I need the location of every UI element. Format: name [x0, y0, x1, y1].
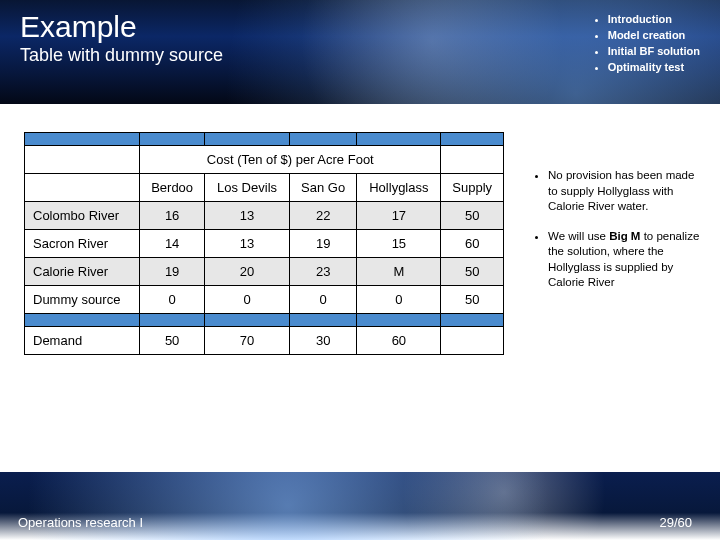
table-row-caption: Cost (Ten of $) per Acre Foot [25, 146, 504, 174]
cell: 14 [140, 230, 205, 258]
slide: Example Table with dummy source Introduc… [0, 0, 720, 540]
cost-caption: Cost (Ten of $) per Acre Foot [140, 146, 441, 174]
cell: 13 [205, 202, 290, 230]
row-label: Demand [25, 327, 140, 355]
cell: 0 [140, 286, 205, 314]
cost-table-wrap: Cost (Ten of $) per Acre Foot Berdoo Los… [0, 132, 528, 460]
cell: 20 [205, 258, 290, 286]
agenda-item: Model creation [608, 28, 700, 44]
table-row-spacer [25, 314, 504, 327]
col-header: San Go [289, 174, 356, 202]
note-item: We will use Big M to penalize the soluti… [548, 229, 706, 291]
row-label: Sacron River [25, 230, 140, 258]
cost-table: Cost (Ten of $) per Acre Foot Berdoo Los… [24, 132, 504, 355]
footer: Operations research I 29/60 [0, 472, 720, 540]
title-block: Example Table with dummy source [20, 10, 223, 66]
row-label: Dummy source [25, 286, 140, 314]
cell: 60 [441, 230, 504, 258]
cell: 19 [140, 258, 205, 286]
cell: 22 [289, 202, 356, 230]
agenda-label: Initial BF solution [608, 45, 700, 57]
agenda-label: Optimality test [608, 61, 684, 73]
page-title: Example [20, 10, 223, 43]
col-header: Supply [441, 174, 504, 202]
col-header: Los Devils [205, 174, 290, 202]
cell: 70 [205, 327, 290, 355]
row-label: Colombo River [25, 202, 140, 230]
table-row-header: Berdoo Los Devils San Go Hollyglass Supp… [25, 174, 504, 202]
header: Example Table with dummy source Introduc… [0, 0, 720, 104]
cell: 23 [289, 258, 356, 286]
cell: 50 [441, 286, 504, 314]
cell: 50 [140, 327, 205, 355]
cell: 0 [205, 286, 290, 314]
note-text: We will use [548, 230, 609, 242]
cell: 0 [289, 286, 356, 314]
agenda: Introduction Model creation Initial BF s… [592, 12, 700, 76]
cell: 16 [140, 202, 205, 230]
cell: 50 [441, 202, 504, 230]
notes: No provision has been made to supply Hol… [528, 132, 720, 460]
body: Cost (Ten of $) per Acre Foot Berdoo Los… [0, 132, 720, 460]
table-row: Colombo River 16 13 22 17 50 [25, 202, 504, 230]
cell: 60 [357, 327, 441, 355]
table-row-spacer [25, 133, 504, 146]
table-row: Sacron River 14 13 19 15 60 [25, 230, 504, 258]
agenda-label: Model creation [608, 29, 686, 41]
note-item: No provision has been made to supply Hol… [548, 168, 706, 215]
footer-page: 29/60 [659, 515, 692, 530]
cell: 13 [205, 230, 290, 258]
agenda-item: Initial BF solution [608, 44, 700, 60]
agenda-item: Introduction [608, 12, 700, 28]
table-row: Calorie River 19 20 23 M 50 [25, 258, 504, 286]
page-subtitle: Table with dummy source [20, 45, 223, 66]
cell: 19 [289, 230, 356, 258]
cell: 50 [441, 258, 504, 286]
cell [441, 327, 504, 355]
agenda-label: Introduction [608, 13, 672, 25]
table-row-demand: Demand 50 70 30 60 [25, 327, 504, 355]
note-text: No provision has been made to supply Hol… [548, 169, 694, 212]
col-header: Hollyglass [357, 174, 441, 202]
cell: 30 [289, 327, 356, 355]
cell: 17 [357, 202, 441, 230]
cell: 15 [357, 230, 441, 258]
note-strong: Big M [609, 230, 640, 242]
agenda-item: Optimality test [608, 60, 700, 76]
cell: 0 [357, 286, 441, 314]
row-label: Calorie River [25, 258, 140, 286]
table-row: Dummy source 0 0 0 0 50 [25, 286, 504, 314]
footer-dept: Operations research I [18, 515, 143, 530]
cell: M [357, 258, 441, 286]
col-header: Berdoo [140, 174, 205, 202]
